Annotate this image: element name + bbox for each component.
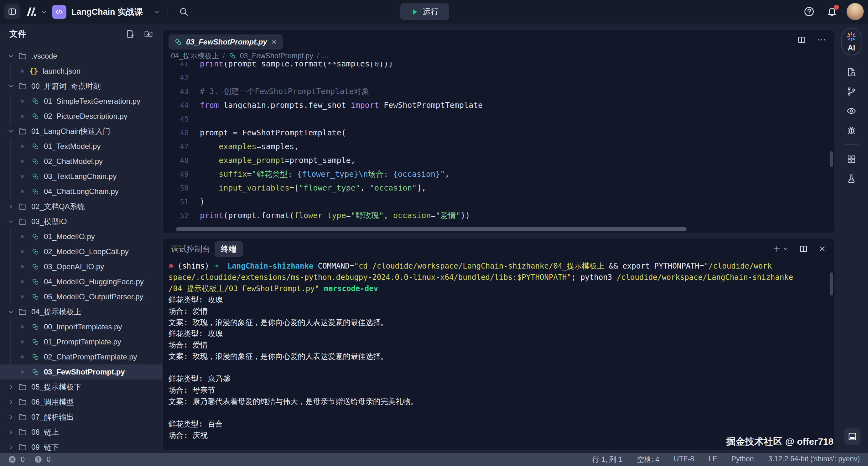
code-line[interactable]: 50 input_variables=["flower_type", "occa… xyxy=(163,181,835,195)
more-actions-icon[interactable] xyxy=(817,35,826,45)
status-item[interactable]: LF xyxy=(709,455,717,464)
remote-display-button[interactable] xyxy=(844,428,861,445)
breadcrumb[interactable]: 04_提示模板上/03_FewShotPrompt.py/... xyxy=(163,50,835,62)
code-line[interactable]: 51) xyxy=(163,195,835,209)
tree-file-row[interactable]: 04_ChatLongChain.py xyxy=(0,184,162,199)
code-line[interactable]: 41print(prompt_sample.format(**samples[0… xyxy=(163,62,835,71)
user-avatar[interactable] xyxy=(846,3,864,20)
new-terminal-icon[interactable] xyxy=(772,244,781,253)
new-folder-icon[interactable] xyxy=(144,29,153,38)
ai-assistant-button[interactable]: AI xyxy=(841,28,861,56)
code-line[interactable]: 43# 3. 创建一个FewShotPromptTemplate对象 xyxy=(163,85,835,98)
errors-icon[interactable] xyxy=(8,455,16,464)
close-panel-icon[interactable] xyxy=(818,245,826,253)
tree-folder-row[interactable]: .vscode xyxy=(0,49,162,64)
tree-file-row[interactable]: 02_ChatModel.py xyxy=(0,154,162,169)
tree-file-row[interactable]: 00_ImportTemplates.py xyxy=(0,319,162,334)
tree-file-row[interactable]: 04_ModelIO_HuggingFace.py xyxy=(0,274,162,289)
file-status-dot xyxy=(21,250,24,253)
breadcrumb-item[interactable]: 04_提示模板上 xyxy=(171,51,219,61)
help-icon[interactable] xyxy=(803,6,815,17)
tree-file-row[interactable]: 03_FewShotPrompt.py xyxy=(0,365,162,379)
tree-file-row[interactable]: 03_OpenAI_IO.py xyxy=(0,259,162,274)
search-icon[interactable] xyxy=(179,7,189,17)
tree-folder-row[interactable]: 04_提示模板上 xyxy=(0,304,162,319)
tree-file-row[interactable]: 05_ModelIO_OutputParser.py xyxy=(0,289,162,304)
notifications-bell-icon[interactable] xyxy=(826,6,838,17)
terminal-token: "cd /cloudide/workspace/LangChain-shizha… xyxy=(354,262,604,270)
code-line[interactable]: 46prompt = FewShotPromptTemplate( xyxy=(163,126,835,140)
new-file-icon[interactable] xyxy=(126,29,135,38)
flask-icon[interactable] xyxy=(846,169,857,188)
tab-debug-console[interactable]: 调试控制台 xyxy=(171,244,210,254)
errors-count[interactable]: 0 xyxy=(21,455,25,464)
tree-file-row[interactable]: 03_TextLangChain.py xyxy=(0,169,162,184)
warnings-icon[interactable] xyxy=(34,455,42,464)
code-area[interactable]: 41print(prompt_sample.format(**samples[0… xyxy=(163,62,835,233)
status-item[interactable]: 空格: 4 xyxy=(637,455,659,464)
tree-folder-row[interactable]: 05_提示模板下 xyxy=(0,379,162,395)
tab-terminal[interactable]: 终端 xyxy=(215,241,243,257)
file-search-icon[interactable] xyxy=(846,62,857,82)
editor-tab-active[interactable]: 03_FewShotPrompt.py xyxy=(168,34,283,50)
code-line[interactable]: 49 suffix="鲜花类型: {flower_type}\n场合: {occ… xyxy=(163,167,835,181)
terminal-vertical-scrollbar[interactable] xyxy=(830,272,833,295)
code-line[interactable]: 45 xyxy=(163,112,835,126)
split-editor-icon[interactable] xyxy=(797,35,806,45)
project-name[interactable]: LangChain 实战课 xyxy=(71,6,143,18)
tree-file-row[interactable]: 01_ModelIO.py xyxy=(0,229,162,244)
project-chevron-down-icon[interactable] xyxy=(153,8,160,16)
editor-vertical-scrollbar[interactable] xyxy=(830,151,833,167)
code-line[interactable]: 48 example_prompt=prompt_sample, xyxy=(163,153,835,167)
code-token xyxy=(200,167,219,181)
run-button[interactable]: 运行 xyxy=(400,3,449,20)
eye-icon[interactable] xyxy=(846,101,857,121)
terminal-line: space/.cloudide/extensions/ms-python.deb… xyxy=(168,272,826,283)
tree-folder-row[interactable]: 02_文档QA系统 xyxy=(0,199,162,214)
tree-file-row[interactable]: 02_ModelIO_LoopCall.py xyxy=(0,244,162,259)
tree-file-row[interactable]: 02_PictureDescription.py xyxy=(0,109,162,124)
split-terminal-icon[interactable] xyxy=(799,244,808,254)
warnings-count[interactable]: 0 xyxy=(47,455,51,464)
terminal-line: 鲜花类型: 百合 xyxy=(168,418,826,430)
terminal-output[interactable]: ⊗ (shims) ➜ LangChain-shizhanke COMMAND=… xyxy=(163,259,835,441)
code-token: "爱情" xyxy=(435,209,461,223)
run-button-label: 运行 xyxy=(423,6,439,17)
tree-folder-row[interactable]: 00_开篇词_奇点时刻 xyxy=(0,79,162,94)
terminal-dropdown-chevron-icon[interactable] xyxy=(782,246,789,252)
tree-folder-row[interactable]: 06_调用模型 xyxy=(0,395,162,410)
tree-file-row[interactable]: 01_PromptTemplate.py xyxy=(0,334,162,349)
tree-file-row[interactable]: 02_ChatPromptTemplate.py xyxy=(0,349,162,365)
tree-folder-row[interactable]: 01_LangChain快速入门 xyxy=(0,124,162,139)
logo-chevron-down-icon[interactable] xyxy=(40,8,48,16)
tree-file-row[interactable]: {}launch.json xyxy=(0,64,162,79)
tree-folder-row[interactable]: 08_链上 xyxy=(0,425,162,440)
tree-folder-row[interactable]: 03_模型IO xyxy=(0,214,162,229)
file-status-dot xyxy=(21,69,24,73)
code-line[interactable]: 44from langchain.prompts.few_shot import… xyxy=(163,98,835,112)
bug-icon[interactable] xyxy=(846,121,857,140)
breadcrumb-item[interactable]: ... xyxy=(323,52,329,60)
status-item[interactable]: 3.12.2 64-bit ('shims': pyenv) xyxy=(768,455,860,464)
line-number: 45 xyxy=(163,112,200,126)
breadcrumb-item[interactable]: 03_FewShotPrompt.py xyxy=(240,52,313,60)
sidebar-toggle-button[interactable] xyxy=(4,4,20,20)
code-line[interactable]: 42 xyxy=(163,71,835,85)
extensions-icon[interactable] xyxy=(846,149,857,169)
code-line[interactable]: 47 examples=samples, xyxy=(163,140,835,153)
tree-file-row[interactable]: 01_TextModel.py xyxy=(0,139,162,154)
file-status-dot xyxy=(21,235,24,238)
tree-file-row[interactable]: 01_SimpleTextGeneration.py xyxy=(0,94,162,109)
tree-folder-row[interactable]: 09_链下 xyxy=(0,440,162,453)
code-line[interactable]: 52print(prompt.format(flower_type="野玫瑰",… xyxy=(163,209,835,223)
marscode-logo[interactable] xyxy=(25,5,38,18)
status-item[interactable]: UTF-8 xyxy=(674,455,694,464)
status-item[interactable]: Python xyxy=(732,455,754,464)
source-control-icon[interactable] xyxy=(846,82,857,101)
status-item[interactable]: 行 1, 列 1 xyxy=(592,455,622,464)
horizontal-scrollbar[interactable] xyxy=(176,227,687,231)
tab-close-icon[interactable] xyxy=(271,39,277,45)
tree-folder-row[interactable]: 07_解析输出 xyxy=(0,410,162,425)
indent-guide xyxy=(10,64,11,79)
terminal-line: 文案: 玫瑰，浪漫的象征，是你向心爱的人表达爱意的最佳选择。 xyxy=(168,317,826,328)
